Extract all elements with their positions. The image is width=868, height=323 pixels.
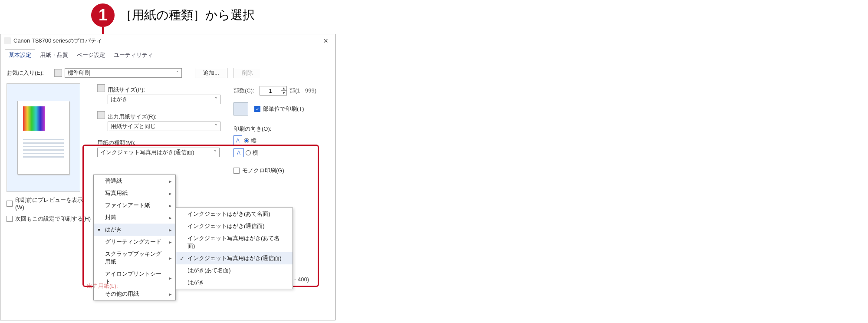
menu-scrapbook[interactable]: スクラップブッキング用紙▸ — [94, 248, 175, 268]
current-marker — [98, 229, 100, 231]
copies-range: 部(1 - 999) — [289, 87, 316, 95]
orientation-label: 印刷の向き(O): — [233, 125, 329, 133]
portrait-radio[interactable] — [244, 138, 249, 143]
printer-icon — [233, 102, 248, 115]
tab-strip: 基本設定 用紙・品質 ページ設定 ユーティリティ — [0, 47, 335, 61]
copies-label: 部数(C): — [233, 87, 260, 95]
tab-basic[interactable]: 基本設定 — [5, 49, 35, 61]
collate-label: 部単位で印刷(T) — [263, 105, 304, 113]
landscape-label: 横 — [253, 149, 258, 157]
favorites-value: 標準印刷 — [68, 69, 90, 77]
truncated-bottom-label: 出力用紙(L): — [87, 282, 118, 290]
sub-inkjet-hagaki-msg[interactable]: インクジェットはがき(通信面) — [176, 220, 293, 232]
window-title: Canon TS8700 seriesのプロパティ — [13, 37, 102, 45]
copies-input[interactable] — [260, 86, 281, 96]
media-type-label: 用紙の種類(M): — [97, 139, 220, 147]
menu-fine-art[interactable]: ファインアート紙▸ — [94, 199, 175, 211]
delete-favorite-button: 削除 — [233, 68, 261, 78]
print-preview — [7, 83, 80, 192]
mono-label: モノクロ印刷(G) — [242, 167, 284, 175]
paper-size-value: はがき — [111, 96, 128, 103]
output-size-label: 出力用紙サイズ(R): — [108, 113, 220, 121]
menu-hagaki[interactable]: はがき▸ — [94, 224, 175, 236]
tab-paper-quality[interactable]: 用紙・品質 — [36, 49, 72, 61]
add-favorite-button[interactable]: 追加... — [195, 68, 227, 78]
portrait-icon: A — [233, 135, 242, 146]
preview-page — [17, 101, 69, 175]
favorites-combo[interactable]: 標準印刷 — [65, 68, 182, 78]
hagaki-submenu: インクジェットはがき(あて名面) インクジェットはがき(通信面) インクジェット… — [176, 208, 293, 289]
menu-photo-paper[interactable]: 写真用紙▸ — [94, 187, 175, 199]
menu-envelope[interactable]: 封筒▸ — [94, 211, 175, 224]
step-text: ［用紙の種類］から選択 — [120, 7, 255, 23]
sub-inkjet-photo-hagaki-address[interactable]: インクジェット写真用はがき(あて名面) — [176, 232, 293, 252]
app-icon — [4, 37, 11, 44]
media-type-value: インクジェット写真用はがき(通信面) — [100, 148, 194, 156]
step-badge: 1 — [91, 3, 115, 27]
portrait-label: 縦 — [251, 137, 256, 145]
preview-before-label: 印刷前にプレビューを表示(W) — [15, 196, 91, 211]
paper-size-icon — [97, 84, 105, 92]
output-size-icon — [97, 111, 105, 119]
copies-spinner[interactable]: ▲▼ — [281, 86, 287, 96]
sub-hagaki[interactable]: はがき — [176, 277, 293, 289]
output-size-combo[interactable]: 用紙サイズと同じ — [108, 122, 220, 131]
truncated-range: - 400) — [294, 276, 309, 283]
menu-greeting[interactable]: グリーティングカード▸ — [94, 236, 175, 248]
sub-hagaki-address[interactable]: はがき(あて名面) — [176, 264, 293, 277]
always-use-label: 次回もこの設定で印刷する(H) — [15, 215, 91, 223]
paper-size-label: 用紙サイズ(P): — [108, 86, 220, 94]
tab-page-setup[interactable]: ページ設定 — [73, 49, 109, 61]
mono-checkbox[interactable] — [233, 168, 240, 174]
titlebar: Canon TS8700 seriesのプロパティ × — [0, 34, 335, 47]
favorites-label: お気に入り(E): — [7, 69, 54, 77]
output-size-value: 用紙サイズと同じ — [111, 122, 156, 130]
media-type-menu: 普通紙▸ 写真用紙▸ ファインアート紙▸ 封筒▸ はがき▸ グリーティングカード… — [93, 175, 176, 300]
collate-checkbox[interactable]: ✓ — [254, 106, 260, 112]
sub-inkjet-hagaki-address[interactable]: インクジェットはがき(あて名面) — [176, 208, 293, 220]
preview-before-checkbox[interactable] — [7, 201, 13, 207]
paper-size-combo[interactable]: はがき — [108, 95, 220, 104]
menu-plain-paper[interactable]: 普通紙▸ — [94, 175, 175, 187]
preview-color-swatch — [23, 106, 45, 131]
media-type-combo[interactable]: インクジェット写真用はがき(通信面) — [97, 148, 220, 157]
check-icon: ✓ — [180, 255, 184, 262]
sub-inkjet-photo-hagaki-msg[interactable]: ✓インクジェット写真用はがき(通信面) — [176, 252, 293, 264]
landscape-icon: A — [233, 148, 244, 157]
landscape-radio[interactable] — [246, 150, 251, 155]
favorites-icon — [54, 69, 62, 77]
always-use-checkbox[interactable] — [7, 216, 13, 222]
tab-utility[interactable]: ユーティリティ — [110, 49, 157, 61]
close-icon[interactable]: × — [320, 36, 332, 46]
